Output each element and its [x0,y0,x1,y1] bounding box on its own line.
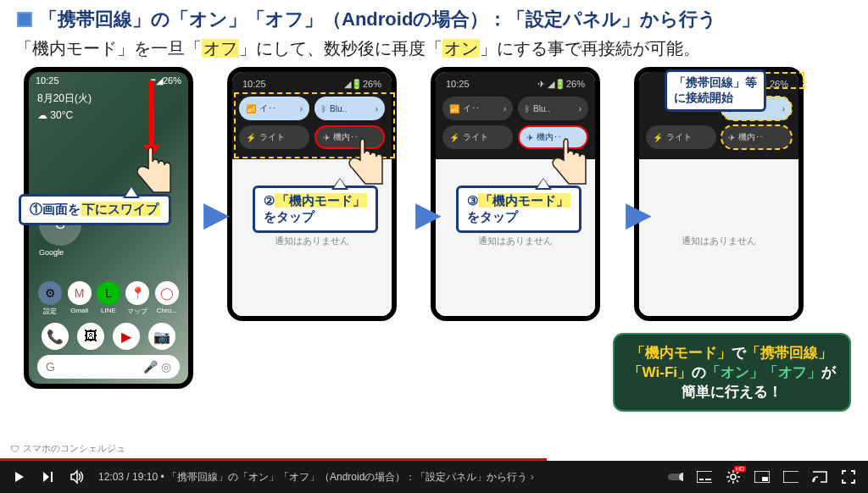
svg-rect-7 [762,477,768,481]
slide-subtitle: 「機内モード」を一旦「オフ」にして、数秒後に再度「オン」にする事で再接続が可能。 [0,36,868,67]
svg-point-9 [813,480,815,482]
callout-1: ①画面を下にスワイプ [19,194,171,225]
tip-box: 「機内モード」で「携帯回線」 「Wi-Fi」の「オン」「オフ」が 簡単に行える！ [613,333,851,412]
cast-button[interactable] [812,469,827,485]
arrow-right-icon: ▶ [415,194,442,233]
status-bar: 10:25 ▾◢26% [29,72,188,90]
svg-rect-3 [699,479,704,480]
callout-connect: 「携帯回線」等に接続開始 [665,69,766,112]
hand-icon [134,143,176,194]
dock: 📞 🖼 ▶ 📷 [37,323,180,350]
google-label: Google [39,248,64,257]
theater-button[interactable] [783,469,798,485]
autoplay-toggle[interactable] [668,469,683,485]
callout-3: ③「機内モード」をタップ [456,186,581,233]
video-content: 「携帯回線」の「オン」「オフ」（Androidの場合）：「設定パネル」から行う … [0,0,868,461]
miniplayer-button[interactable] [754,469,770,485]
slide-title: 「携帯回線」の「オン」「オフ」（Androidの場合）：「設定パネル」から行う [39,7,717,32]
hand-icon [346,135,388,186]
callout-2: ②「機内モード」をタップ [253,186,378,233]
svg-rect-8 [783,471,798,483]
light-tile: ⚡ライト [442,125,513,149]
phone-2: 10:25◢🔋26% 📶イ‥› ᛒBlu‥› ⚡ライト ✈機内‥ 通知はありませ… [227,67,397,321]
play-button[interactable] [12,469,27,485]
svg-rect-2 [697,471,712,483]
channel-watermark: 🛡 スマホのコンシェルジュ [10,442,125,455]
svg-rect-4 [705,479,711,480]
arrow-right-icon: ▶ [203,194,230,233]
apps-row: ⚙設定 MGmail LLINE 📍マップ ◯Chro... [29,281,188,316]
slide-title-row: 「携帯回線」の「オン」「オフ」（Androidの場合）：「設定パネル」から行う [0,0,868,36]
title-marker-icon [17,12,32,27]
volume-button[interactable] [70,469,85,485]
svg-point-5 [731,474,736,479]
phone-3: 10:25✈ ◢🔋26% 📶イ‥› ᛒBlu‥› ⚡ライト ✈機内‥ 通知はあり… [431,67,600,321]
weather: ☁ 30°C [29,108,188,123]
phone-1: 10:25 ▾◢26% 8月20日(火) ☁ 30°C G Google ⚙設定… [24,67,193,389]
fullscreen-button[interactable] [841,469,856,485]
light-tile: ⚡ライト [646,125,716,149]
airplane-tile: ✈機内‥ [721,125,792,149]
date: 8月20日(火) [29,90,188,108]
timecode: 12:03 / 19:10 • 「携帯回線」の「オン」「オフ」（Androidの… [98,470,534,485]
hand-icon [549,135,592,186]
player-controls: 12:03 / 19:10 • 「携帯回線」の「オン」「オフ」（Androidの… [0,461,868,493]
settings-button[interactable]: HD [726,469,741,485]
wifi-tile: 📶イ‥› [442,97,513,120]
captions-button[interactable] [697,469,712,485]
search-bar: G🎤 ◎ [37,355,180,379]
notification-area: 通知はありません [639,164,798,316]
arrow-right-icon: ▶ [626,194,652,233]
bt-tile: ᛒBlu‥› [518,97,588,120]
next-button[interactable] [41,469,56,485]
